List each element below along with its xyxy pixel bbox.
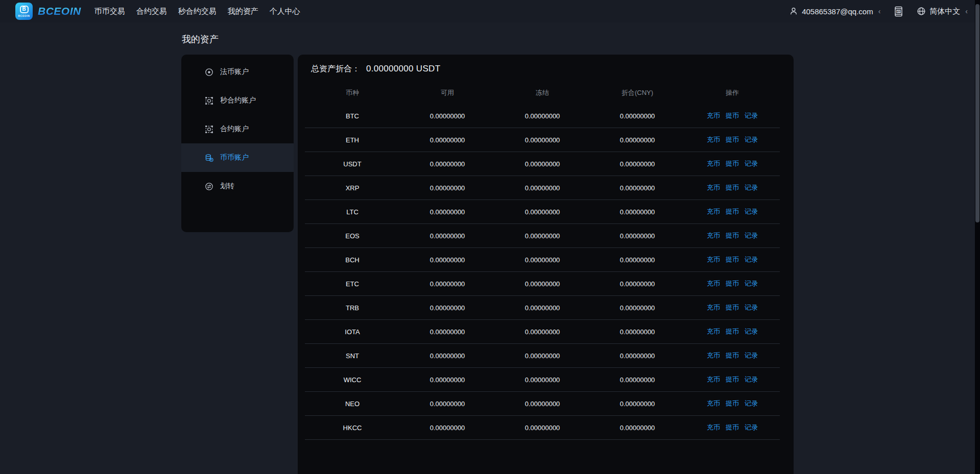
withdraw-link[interactable]: 提币 — [726, 327, 739, 336]
withdraw-link[interactable]: 提币 — [726, 279, 739, 288]
withdraw-link[interactable]: 提币 — [726, 135, 739, 144]
total-assets: 总资产折合：0.00000000 USDT — [298, 55, 794, 74]
deposit-link[interactable]: 充币 — [707, 231, 720, 240]
asset-row: BCH 0.00000000 0.00000000 0.00000000 充币 … — [305, 248, 780, 272]
records-link[interactable]: 记录 — [745, 279, 758, 288]
sidebar-item[interactable]: 合约账户 — [181, 115, 294, 143]
frozen-amount: 0.00000000 — [495, 424, 590, 432]
transfer-icon — [205, 182, 213, 191]
deposit-link[interactable]: 充币 — [707, 111, 720, 120]
asset-row: ETC 0.00000000 0.00000000 0.00000000 充币 … — [305, 272, 780, 296]
withdraw-link[interactable]: 提币 — [726, 399, 739, 408]
cny-amount: 0.00000000 — [590, 376, 685, 384]
withdraw-link[interactable]: 提币 — [726, 303, 739, 312]
language-selector[interactable]: 简体中文 ‹ — [917, 7, 968, 16]
withdraw-link[interactable]: 提币 — [726, 255, 739, 264]
sidebar-item[interactable]: 秒合约账户 — [181, 86, 294, 115]
nav-item[interactable]: 币币交易 — [94, 7, 125, 16]
asset-row: LTC 0.00000000 0.00000000 0.00000000 充币 … — [305, 200, 780, 224]
records-link[interactable]: 记录 — [745, 183, 758, 192]
available-amount: 0.00000000 — [400, 424, 495, 432]
asset-row: BTC 0.00000000 0.00000000 0.00000000 充币 … — [305, 104, 780, 128]
withdraw-link[interactable]: 提币 — [726, 111, 739, 120]
frozen-amount: 0.00000000 — [495, 232, 590, 240]
col-header-actions: 操作 — [685, 88, 780, 97]
row-actions: 充币 提币 记录 — [685, 327, 780, 336]
deposit-link[interactable]: 充币 — [707, 159, 720, 168]
nav-item[interactable]: 个人中心 — [270, 7, 300, 16]
withdraw-link[interactable]: 提币 — [726, 207, 739, 216]
user-menu[interactable]: 405865387@qq.com ‹ — [789, 7, 880, 16]
records-link[interactable]: 记录 — [745, 135, 758, 144]
nav-item[interactable]: 我的资产 — [228, 7, 258, 16]
available-amount: 0.00000000 — [400, 136, 495, 144]
records-link[interactable]: 记录 — [745, 303, 758, 312]
asset-row: SNT 0.00000000 0.00000000 0.00000000 充币 … — [305, 344, 780, 368]
deposit-link[interactable]: 充币 — [707, 135, 720, 144]
row-actions: 充币 提币 记录 — [685, 207, 780, 216]
records-link[interactable]: 记录 — [745, 351, 758, 360]
col-header-frozen: 冻结 — [495, 88, 590, 97]
cny-amount: 0.00000000 — [590, 280, 685, 288]
records-link[interactable]: 记录 — [745, 255, 758, 264]
sidebar-item-label: 合约账户 — [220, 124, 249, 134]
withdraw-link[interactable]: 提币 — [726, 375, 739, 384]
app-download-button[interactable]: APP — [894, 6, 903, 17]
frozen-amount: 0.00000000 — [495, 112, 590, 120]
logo[interactable]: B BCEOIN BCEOIN — [15, 3, 81, 20]
records-link[interactable]: 记录 — [745, 231, 758, 240]
records-link[interactable]: 记录 — [745, 327, 758, 336]
row-actions: 充币 提币 记录 — [685, 111, 780, 120]
coin-name: SNT — [305, 352, 400, 360]
withdraw-link[interactable]: 提币 — [726, 351, 739, 360]
cny-amount: 0.00000000 — [590, 232, 685, 240]
records-link[interactable]: 记录 — [745, 423, 758, 432]
deposit-link[interactable]: 充币 — [707, 351, 720, 360]
row-actions: 充币 提币 记录 — [685, 183, 780, 192]
deposit-link[interactable]: 充币 — [707, 399, 720, 408]
deposit-link[interactable]: 充币 — [707, 183, 720, 192]
sidebar-item[interactable]: 法币账户 — [181, 58, 294, 86]
frozen-amount: 0.00000000 — [495, 328, 590, 336]
sidebar-item-label: 币币账户 — [220, 153, 249, 162]
frozen-amount: 0.00000000 — [495, 376, 590, 384]
asset-row: XRP 0.00000000 0.00000000 0.00000000 充币 … — [305, 176, 780, 200]
asset-row: TRB 0.00000000 0.00000000 0.00000000 充币 … — [305, 296, 780, 320]
nav-item[interactable]: 合约交易 — [136, 7, 167, 16]
deposit-link[interactable]: 充币 — [707, 423, 720, 432]
sidebar-item[interactable]: 划转 — [181, 172, 294, 201]
user-email: 405865387@qq.com — [802, 7, 873, 16]
sidebar-item[interactable]: 币币账户 — [181, 143, 294, 172]
frozen-amount: 0.00000000 — [495, 208, 590, 216]
records-link[interactable]: 记录 — [745, 207, 758, 216]
cny-amount: 0.00000000 — [590, 400, 685, 408]
withdraw-link[interactable]: 提币 — [726, 423, 739, 432]
records-link[interactable]: 记录 — [745, 111, 758, 120]
scrollbar[interactable] — [975, 0, 980, 474]
records-link[interactable]: 记录 — [745, 159, 758, 168]
withdraw-link[interactable]: 提币 — [726, 183, 739, 192]
row-actions: 充币 提币 记录 — [685, 303, 780, 312]
withdraw-link[interactable]: 提币 — [726, 159, 739, 168]
logo-icon: B BCEOIN — [15, 3, 33, 20]
col-header-available: 可用 — [400, 88, 495, 97]
records-link[interactable]: 记录 — [745, 375, 758, 384]
withdraw-link[interactable]: 提币 — [726, 231, 739, 240]
table-header-row: 币种 可用 冻结 折合(CNY) 操作 — [305, 82, 780, 104]
deposit-link[interactable]: 充币 — [707, 303, 720, 312]
frozen-amount: 0.00000000 — [495, 304, 590, 312]
deposit-link[interactable]: 充币 — [707, 279, 720, 288]
nav-item[interactable]: 秒合约交易 — [178, 7, 217, 16]
scrollbar-thumb[interactable] — [975, 4, 979, 222]
deposit-link[interactable]: 充币 — [707, 207, 720, 216]
deposit-link[interactable]: 充币 — [707, 327, 720, 336]
available-amount: 0.00000000 — [400, 400, 495, 408]
records-link[interactable]: 记录 — [745, 399, 758, 408]
cny-amount: 0.00000000 — [590, 256, 685, 264]
deposit-link[interactable]: 充币 — [707, 375, 720, 384]
row-actions: 充币 提币 记录 — [685, 159, 780, 168]
circle-dot-icon — [205, 68, 213, 77]
row-actions: 充币 提币 记录 — [685, 135, 780, 144]
available-amount: 0.00000000 — [400, 208, 495, 216]
deposit-link[interactable]: 充币 — [707, 255, 720, 264]
